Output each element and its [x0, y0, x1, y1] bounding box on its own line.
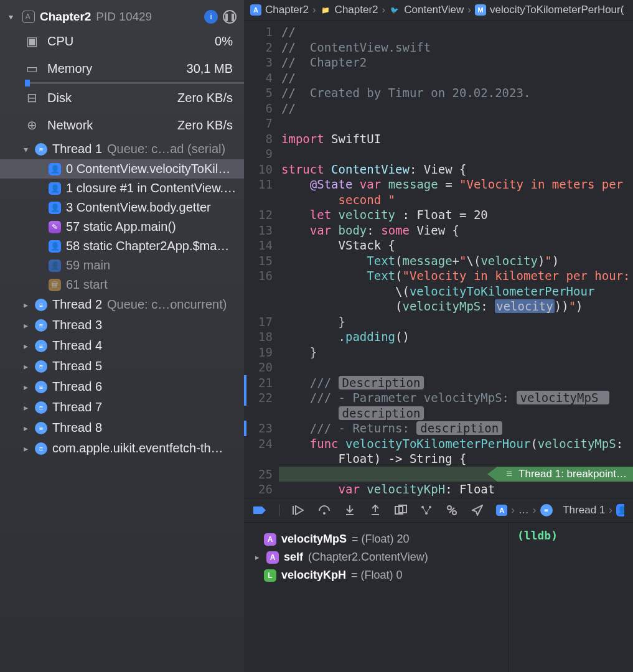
var-kind-badge: L [264, 569, 276, 582]
memory-icon: ▭ [25, 61, 39, 76]
code-line[interactable]: /// - Parameter velocityMpS: velocityMpS [281, 390, 633, 406]
thread-name: Thread 1 [52, 142, 102, 156]
breadcrumb-item[interactable]: AChapter2 [250, 4, 309, 16]
thread-row[interactable]: Thread 8 [0, 418, 244, 438]
thread-name: com.apple.uikit.eventfetch-th… [52, 441, 223, 455]
thread-row[interactable]: com.apple.uikit.eventfetch-th… [0, 438, 244, 459]
code-line[interactable]: .padding() [281, 329, 633, 345]
thread-row[interactable]: Thread 4 [0, 335, 244, 356]
code-line[interactable]: Float) -> String { [281, 451, 633, 467]
code-line[interactable]: let velocity : Float = 20 [281, 207, 633, 223]
thread-row[interactable]: Thread 6 [0, 376, 244, 397]
metric-disk[interactable]: ⊟ Disk Zero KB/s [0, 84, 244, 111]
step-over-button[interactable] [317, 503, 331, 517]
code-line[interactable]: struct ContentView: View { [281, 162, 633, 177]
stack-frame-row[interactable]: 57 static App.main() [0, 217, 244, 236]
stack-frame-row[interactable]: 3 ContentView.body.getter [0, 198, 244, 217]
svg-point-9 [452, 511, 456, 515]
stack-frame-row[interactable]: 58 static Chapter2App.$ma… [0, 236, 244, 256]
metric-value: 0% [215, 34, 233, 49]
code-line[interactable]: (velocityMpS: velocity))") [281, 299, 633, 314]
stack-frame-row[interactable]: 59 main [0, 256, 244, 275]
frame-icon [49, 221, 61, 233]
thread-name: Thread 4 [52, 338, 102, 353]
thread-row[interactable]: Thread 7 [0, 397, 244, 418]
code-line[interactable]: var velocityKpH: Float [281, 482, 633, 497]
code-line[interactable]: @State var message = "Velocity in meters… [281, 177, 633, 192]
debug-memory-graph-button[interactable] [420, 503, 433, 517]
variable-row[interactable]: ▸Aself (Chapter2.ContentView) [253, 548, 499, 566]
code-line[interactable]: } [281, 314, 633, 330]
chevron-icon [21, 382, 30, 392]
code-line[interactable]: func velocityToKilometerPerHour(velocity… [281, 436, 633, 452]
code-line[interactable]: // [281, 101, 633, 116]
code-line[interactable] [281, 360, 633, 375]
metric-cpu[interactable]: ▣ CPU 0% [0, 27, 244, 55]
code-line[interactable] [281, 146, 633, 162]
project-icon: A [250, 4, 261, 16]
stack-frame-row[interactable]: 0 ContentView.velocityToKil… [0, 159, 244, 179]
thread-icon [35, 422, 47, 434]
code-line[interactable]: // ContentView.swift [281, 40, 633, 55]
code-line[interactable]: description [281, 406, 633, 421]
code-line[interactable]: // [281, 70, 633, 86]
process-header[interactable]: ▾ Chapter2 PID 10429 i ❚❚ [0, 6, 244, 27]
hamburger-icon: ≡ [506, 467, 512, 482]
code-line[interactable] [281, 116, 633, 131]
svg-rect-2 [372, 514, 379, 515]
thread-row[interactable]: Thread 1 Queue: c…ad (serial) [0, 139, 244, 159]
code-line[interactable]: VStack { [281, 238, 633, 253]
stack-frame-row[interactable]: 61 start [0, 275, 244, 294]
breakpoint-indicator[interactable]: ≡Thread 1: breakpoint… [497, 467, 633, 482]
thread-row[interactable]: Thread 2 Queue: c…oncurrent) [0, 294, 244, 315]
metric-network[interactable]: ⊕ Network Zero KB/s [0, 111, 244, 139]
thread-name: Thread 6 [52, 380, 102, 394]
breadcrumb-label: Chapter2 [335, 4, 378, 16]
debug-path-breadcrumb[interactable]: A › … › Thread 1 › 0 C [496, 504, 624, 516]
breadcrumb-item[interactable]: MvelocityToKilometerPerHour( [475, 4, 624, 16]
breakpoints-toggle-button[interactable] [253, 503, 266, 517]
code-line[interactable]: import SwiftUI [281, 131, 633, 147]
code-line[interactable]: \(velocityToKilometerPerHour [281, 284, 633, 299]
thread-icon [35, 401, 47, 414]
breadcrumb-item[interactable]: 📁Chapter2 [320, 4, 378, 16]
variables-view[interactable]: AvelocityMpS = (Float) 20▸Aself (Chapter… [244, 523, 509, 672]
chevron-right-icon: › [532, 504, 538, 516]
thread-row[interactable]: Thread 5 [0, 356, 244, 376]
code-line[interactable]: // Created by Timur on 20.02.2023. [281, 85, 633, 101]
info-badge-icon[interactable]: i [204, 10, 218, 24]
code-line[interactable]: second " [281, 192, 633, 208]
code-line[interactable]: Text("Velocity in kilometer per hour: [281, 268, 633, 284]
pause-badge-icon[interactable]: ❚❚ [223, 10, 237, 24]
code-line[interactable]: // Chapter2 [281, 55, 633, 70]
debug-view-hierarchy-button[interactable] [395, 503, 408, 517]
frame-icon [49, 259, 61, 272]
location-simulate-button[interactable] [471, 503, 484, 517]
svg-rect-1 [346, 514, 354, 515]
step-into-button[interactable] [344, 503, 357, 517]
code-line[interactable]: /// Description [281, 375, 633, 391]
continue-button[interactable] [292, 503, 305, 517]
thread-name: Thread 3 [52, 318, 102, 332]
code-line[interactable]: Text(message+"\(velocity)") [281, 253, 633, 269]
code-line[interactable]: } [281, 345, 633, 360]
code-line[interactable]: // [281, 24, 633, 40]
metric-memory[interactable]: ▭ Memory 30,1 MB [0, 55, 244, 82]
code-line[interactable]: /// - Returns: description [281, 421, 633, 436]
code-line[interactable]: var body: some View { [281, 223, 633, 238]
metric-label: Disk [47, 91, 169, 105]
svg-point-0 [323, 512, 326, 515]
variable-row[interactable]: AvelocityMpS = (Float) 20 [253, 530, 499, 548]
code-area[interactable]: //// ContentView.swift// Chapter2//// Cr… [279, 21, 633, 498]
step-out-button[interactable] [369, 503, 382, 517]
process-pid: PID 10429 [96, 10, 152, 24]
code-editor[interactable]: 1234567891011121314151617181920212223242… [244, 21, 633, 498]
frame-icon [49, 202, 61, 214]
lldb-console[interactable]: (lldb) [509, 523, 633, 672]
thread-row[interactable]: Thread 3 [0, 315, 244, 335]
variable-row[interactable]: LvelocityKpH = (Float) 0 [253, 566, 499, 584]
stack-frame-row[interactable]: 1 closure #1 in ContentView.… [0, 179, 244, 198]
disk-icon: ⊟ [25, 90, 39, 105]
environment-overrides-button[interactable] [445, 503, 458, 517]
breadcrumb-item[interactable]: 🐦ContentView [389, 4, 464, 16]
